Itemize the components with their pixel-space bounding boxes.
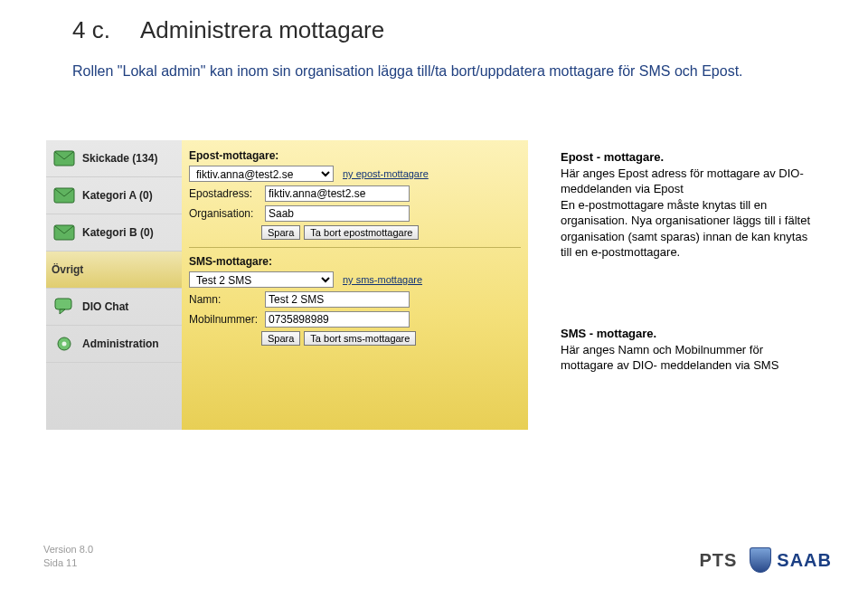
gear-icon: [52, 333, 77, 355]
callout-sms-title: SMS - mottagare.: [561, 326, 814, 342]
epost-select[interactable]: fiktiv.anna@test2.se: [189, 166, 334, 182]
add-epost-link[interactable]: ny epost-mottagare: [343, 168, 429, 179]
epost-address-label: Epostadress:: [189, 187, 261, 200]
sms-select[interactable]: Test 2 SMS: [189, 271, 334, 288]
add-sms-link[interactable]: ny sms-mottagare: [343, 274, 422, 285]
sidebar-label: Kategori A (0): [82, 189, 153, 202]
version-line: Version 8.0: [43, 543, 93, 556]
sidebar-item-chat[interactable]: DIO Chat: [46, 289, 182, 326]
chat-icon: [52, 296, 77, 318]
sidebar-label: Administration: [82, 337, 159, 350]
sidebar-item-skickade[interactable]: Skickade (134): [46, 140, 182, 177]
sms-delete-button[interactable]: Ta bort sms-mottagare: [304, 331, 416, 346]
callout-sms-body: Här anges Namn och Mobilnummer för motta…: [561, 342, 814, 374]
callout-sms: SMS - mottagare. Här anges Namn och Mobi…: [561, 326, 814, 374]
sidebar-label: Kategori B (0): [82, 226, 154, 239]
saab-text: SAAB: [777, 550, 832, 571]
envelope-icon: [52, 185, 77, 206]
sidebar: Skickade (134) Kategori A (0) Kategori B…: [46, 140, 183, 430]
saab-logo: SAAB: [750, 547, 832, 573]
crest-icon: [750, 547, 771, 573]
epost-address-input[interactable]: [265, 185, 410, 202]
epost-save-button[interactable]: Spara: [261, 225, 300, 240]
sidebar-item-kat-b[interactable]: Kategori B (0): [46, 214, 182, 252]
sidebar-label: Skickade (134): [82, 152, 157, 165]
sms-save-button[interactable]: Spara: [261, 331, 300, 346]
sms-mobile-input[interactable]: [265, 311, 410, 328]
divider: [189, 247, 521, 248]
sidebar-header-ovrigt: Övrigt: [46, 252, 182, 289]
svg-rect-3: [55, 299, 71, 309]
intro-text: Rollen "Lokal admin" kan inom sin organi…: [72, 63, 778, 80]
sms-mobile-label: Mobilnummer:: [189, 313, 261, 326]
epost-org-label: Organisation:: [189, 207, 261, 220]
callout-epost: Epost - mottagare. Här anges Epost adres…: [561, 149, 814, 261]
pts-logo: PTS: [699, 550, 737, 571]
epost-delete-button[interactable]: Ta bort epostmottagare: [304, 225, 419, 240]
epost-org-input[interactable]: [265, 205, 410, 222]
sms-name-label: Namn:: [189, 293, 261, 306]
sidebar-label: DIO Chat: [82, 300, 128, 313]
envelope-icon: [52, 222, 77, 243]
callout-epost-body: Här anges Epost adress för mottagare av …: [561, 166, 814, 261]
section-title: Administrera mottagare: [140, 16, 384, 44]
sidebar-item-admin[interactable]: Administration: [46, 326, 182, 363]
page-number: Sida 11: [43, 556, 93, 569]
app-screenshot: Skickade (134) Kategori A (0) Kategori B…: [46, 140, 528, 430]
content-panel: Epost-mottagare: fiktiv.anna@test2.se ny…: [182, 140, 528, 430]
sms-name-input[interactable]: [265, 291, 410, 308]
footer-version: Version 8.0 Sida 11: [43, 543, 93, 569]
sidebar-header-label: Övrigt: [52, 263, 83, 276]
footer-logos: PTS SAAB: [699, 547, 832, 573]
section-number: 4 c.: [72, 16, 110, 44]
sms-section-label: SMS-mottagare:: [189, 255, 521, 268]
epost-section-label: Epost-mottagare:: [189, 149, 521, 162]
sidebar-item-kat-a[interactable]: Kategori A (0): [46, 177, 182, 214]
envelope-icon: [52, 147, 77, 169]
callout-epost-title: Epost - mottagare.: [561, 149, 814, 166]
svg-marker-4: [60, 309, 65, 314]
svg-point-6: [62, 342, 67, 347]
